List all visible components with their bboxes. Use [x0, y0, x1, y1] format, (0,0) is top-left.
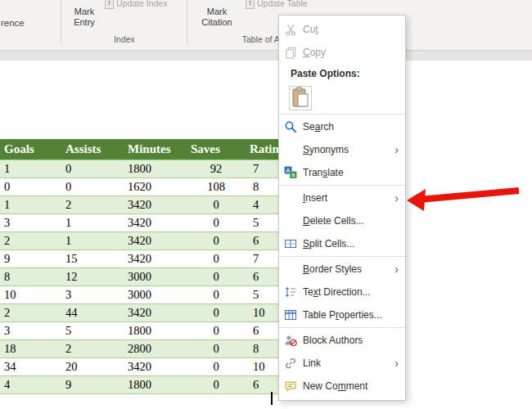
table-cell[interactable] — [61, 394, 124, 409]
table-cell[interactable]: 0 — [187, 358, 246, 376]
table-header-cell[interactable]: Assists — [61, 139, 124, 160]
table-row — [0, 394, 309, 409]
block-authors-icon — [282, 334, 299, 347]
menu-item-insert[interactable]: Insert› — [279, 187, 405, 209]
update-index-button[interactable]: ! Update Index — [105, 0, 167, 9]
table-cell[interactable]: 4 — [0, 376, 61, 394]
table-row: 21342006 — [0, 232, 309, 250]
table-cell[interactable]: 0 — [187, 322, 246, 340]
table-cell[interactable]: 0 — [187, 340, 246, 358]
table-cell[interactable]: 10 — [0, 286, 61, 304]
table-cell[interactable]: 0 — [187, 196, 246, 214]
table-header-cell[interactable]: Saves — [187, 139, 246, 160]
table-cell[interactable]: 3 — [0, 322, 61, 340]
menu-item-label: Link — [303, 357, 391, 369]
table-cell[interactable]: 12 — [61, 268, 124, 286]
table-cell[interactable]: 0 — [187, 376, 246, 394]
table-header-cell[interactable]: Minutes — [124, 139, 187, 160]
table-cell[interactable]: 3420 — [124, 196, 187, 214]
table-cell[interactable]: 2 — [61, 196, 124, 214]
table-cell[interactable]: 2 — [0, 232, 61, 250]
menu-item-split-cells[interactable]: Split Cells... — [279, 232, 405, 255]
table-cell[interactable]: 92 — [187, 160, 246, 178]
table-cell[interactable]: 3000 — [124, 268, 187, 286]
table-cell[interactable]: 1800 — [124, 160, 187, 178]
menu-item-label: Insert — [303, 192, 391, 204]
table-cell[interactable]: 108 — [187, 178, 246, 196]
table-cell[interactable]: 3 — [0, 214, 61, 232]
table-cell[interactable]: 0 — [0, 178, 61, 196]
table-cell[interactable]: 15 — [61, 250, 124, 268]
table-cell[interactable]: 8 — [0, 268, 61, 286]
menu-item-translate[interactable]: AaTranslate — [279, 161, 405, 184]
table-cell[interactable]: 1800 — [124, 322, 187, 340]
table-cell[interactable]: 34 — [0, 358, 61, 376]
table-cell[interactable]: 0 — [187, 214, 246, 232]
menu-item-new-comment[interactable]: New Comment — [279, 375, 405, 398]
index-group-label: Index — [62, 34, 187, 44]
menu-item-delete-cells[interactable]: Delete Cells... — [279, 209, 405, 232]
table-cell[interactable]: 20 — [61, 358, 124, 376]
cropped-reference-button[interactable]: rence — [1, 18, 25, 28]
menu-item-table-properties[interactable]: Table Properties... — [279, 303, 405, 326]
stats-table: GoalsAssistsMinutesSavesRating 101800927… — [0, 139, 309, 409]
menu-item-block-authors[interactable]: Block Authors — [279, 329, 405, 352]
table-cell[interactable]: 1 — [61, 232, 124, 250]
table-cell[interactable]: 44 — [61, 304, 124, 322]
table-cell[interactable]: 18 — [0, 340, 61, 358]
table-cell[interactable]: 0 — [187, 286, 246, 304]
table-cell[interactable]: 3420 — [124, 232, 187, 250]
table-cell[interactable] — [187, 394, 246, 409]
table-cell[interactable]: 1 — [0, 196, 61, 214]
new-comment-icon — [282, 380, 299, 393]
menu-item-label: Split Cells... — [303, 238, 399, 249]
table-cell[interactable]: 1 — [61, 214, 124, 232]
table-cell[interactable]: 9 — [0, 250, 61, 268]
table-cell[interactable]: 3420 — [124, 304, 187, 322]
table-cell[interactable]: 1800 — [124, 376, 187, 394]
submenu-chevron-icon: › — [394, 357, 399, 369]
submenu-chevron-icon: › — [394, 144, 399, 155]
menu-item-label: Border Styles — [303, 263, 391, 275]
table-cell[interactable]: 0 — [61, 178, 124, 196]
menu-item-border-styles[interactable]: Border Styles› — [279, 258, 405, 281]
table-cell[interactable]: 1620 — [124, 178, 187, 196]
table-row: 0016201088 — [0, 178, 309, 196]
group-separator — [187, 0, 187, 45]
table-cell[interactable]: 2 — [61, 340, 124, 358]
update-table-button[interactable]: ! Update Table — [246, 0, 308, 9]
table-cell[interactable]: 0 — [187, 232, 246, 250]
update-index-label: Update Index — [116, 0, 167, 8]
menu-item-cut: Cut — [279, 18, 405, 41]
table-cell[interactable]: 5 — [61, 322, 124, 340]
table-cell[interactable] — [0, 394, 61, 409]
table-cell[interactable]: 2 — [0, 304, 61, 322]
table-cell[interactable]: 3420 — [124, 214, 187, 232]
cut-icon — [282, 23, 299, 36]
menu-item-synonyms[interactable]: Synonyms› — [279, 138, 405, 161]
table-header-cell[interactable]: Goals — [0, 139, 61, 160]
table-cell[interactable]: 2800 — [124, 340, 187, 358]
menu-item-search[interactable]: Search — [279, 115, 405, 138]
table-cell[interactable]: 0 — [187, 250, 246, 268]
table-cell[interactable]: 0 — [187, 304, 246, 322]
paste-option-keep-source-formatting-button[interactable] — [289, 86, 312, 110]
table-cell[interactable]: 3420 — [124, 250, 187, 268]
table-cell[interactable]: 0 — [187, 268, 246, 286]
menu-item-icon-placeholder — [282, 263, 299, 276]
table-cell[interactable]: 3000 — [124, 286, 187, 304]
table-cell[interactable]: 3 — [61, 286, 124, 304]
mark-citation-button[interactable]: Mark Citation — [194, 7, 240, 28]
table-cell[interactable]: 1 — [0, 160, 61, 178]
mark-entry-button[interactable]: Mark Entry — [65, 7, 103, 28]
context-menu: CutCopyPaste Options:SearchSynonyms›AaTr… — [278, 15, 406, 401]
table-row: 915342007 — [0, 250, 309, 268]
table-cell[interactable] — [124, 394, 187, 409]
table-cell[interactable]: 3420 — [124, 358, 187, 376]
table-cell[interactable]: 0 — [61, 160, 124, 178]
table-row: 31342005 — [0, 214, 309, 232]
menu-item-link[interactable]: Link› — [279, 352, 405, 375]
ribbon: rence Mark Entry ! Update Index Index Ma… — [0, 0, 532, 51]
menu-item-text-direction[interactable]: Text Direction... — [279, 281, 405, 303]
table-cell[interactable]: 9 — [61, 376, 124, 394]
